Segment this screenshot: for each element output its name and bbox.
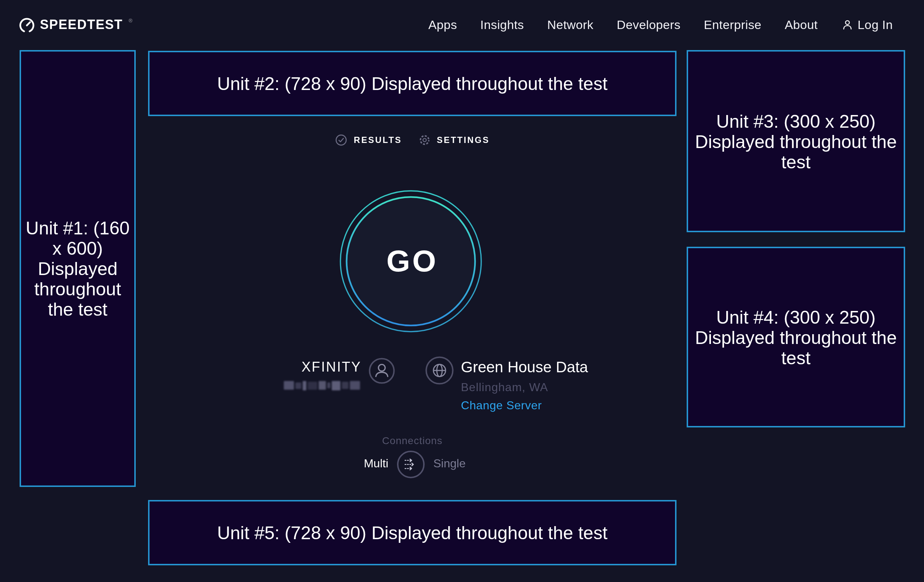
ad-unit-1[interactable]: Unit #1: (160 x 600) Displayed throughou…	[20, 50, 136, 487]
server-name: Green House Data	[461, 358, 588, 376]
nav-item-developers[interactable]: Developers	[617, 18, 680, 32]
globe-icon	[425, 356, 454, 387]
change-server-link[interactable]: Change Server	[461, 399, 542, 412]
server-location: Bellingham, WA	[461, 381, 548, 394]
logo-wordmark: SPEEDTEST	[40, 17, 123, 33]
ad-unit-5[interactable]: Unit #5: (728 x 90) Displayed throughout…	[148, 500, 676, 565]
nav-item-login[interactable]: Log In	[841, 18, 893, 32]
nav-item-enterprise[interactable]: Enterprise	[704, 18, 761, 32]
person-icon	[841, 19, 853, 31]
go-label: GO	[338, 189, 483, 334]
speedtest-page: SPEEDTEST ® Apps Insights Network Develo…	[0, 0, 924, 582]
login-label: Log In	[858, 18, 893, 32]
nav-item-about[interactable]: About	[785, 18, 818, 32]
nav-item-apps[interactable]: Apps	[428, 18, 457, 32]
provider-ip-redacted	[284, 380, 361, 391]
tab-results-label: RESULTS	[354, 135, 402, 145]
logo-trademark: ®	[129, 18, 132, 23]
gear-icon	[418, 134, 431, 147]
provider-name: XFINITY	[247, 359, 361, 375]
speedtest-gauge-icon	[19, 17, 35, 33]
ad-unit-3-label: Unit #3: (300 x 250) Displayed throughou…	[688, 110, 904, 171]
speedtest-logo[interactable]: SPEEDTEST ®	[19, 17, 132, 33]
ad-unit-2-label: Unit #2: (728 x 90) Displayed throughout…	[216, 73, 609, 94]
connection-mode-multi[interactable]: Multi	[305, 457, 388, 470]
ad-unit-2[interactable]: Unit #2: (728 x 90) Displayed throughout…	[148, 51, 676, 116]
go-button[interactable]: GO	[338, 189, 483, 334]
connection-toggle[interactable]	[397, 451, 425, 478]
ad-unit-5-label: Unit #5: (728 x 90) Displayed throughout…	[216, 523, 609, 543]
ad-unit-4[interactable]: Unit #4: (300 x 250) Displayed throughou…	[686, 247, 905, 427]
nav-item-network[interactable]: Network	[547, 18, 594, 32]
tab-results[interactable]: RESULTS	[335, 134, 402, 147]
nav-item-insights[interactable]: Insights	[480, 18, 524, 32]
check-circle-icon	[335, 134, 348, 147]
user-circle-icon	[369, 358, 395, 387]
top-nav: SPEEDTEST ® Apps Insights Network Develo…	[0, 0, 924, 50]
ad-unit-4-label: Unit #4: (300 x 250) Displayed throughou…	[688, 307, 904, 368]
tab-bar: RESULTS SETTINGS	[148, 134, 676, 147]
nav-menu: Apps Insights Network Developers Enterpr…	[428, 18, 893, 32]
ad-unit-3[interactable]: Unit #3: (300 x 250) Displayed throughou…	[686, 50, 905, 232]
connection-mode-single[interactable]: Single	[433, 457, 465, 470]
tab-settings-label: SETTINGS	[437, 135, 490, 145]
connections-label: Connections	[148, 435, 676, 446]
ad-unit-1-label: Unit #1: (160 x 600) Displayed throughou…	[21, 218, 134, 319]
multi-connection-icon	[402, 456, 419, 473]
tab-settings[interactable]: SETTINGS	[418, 134, 490, 147]
